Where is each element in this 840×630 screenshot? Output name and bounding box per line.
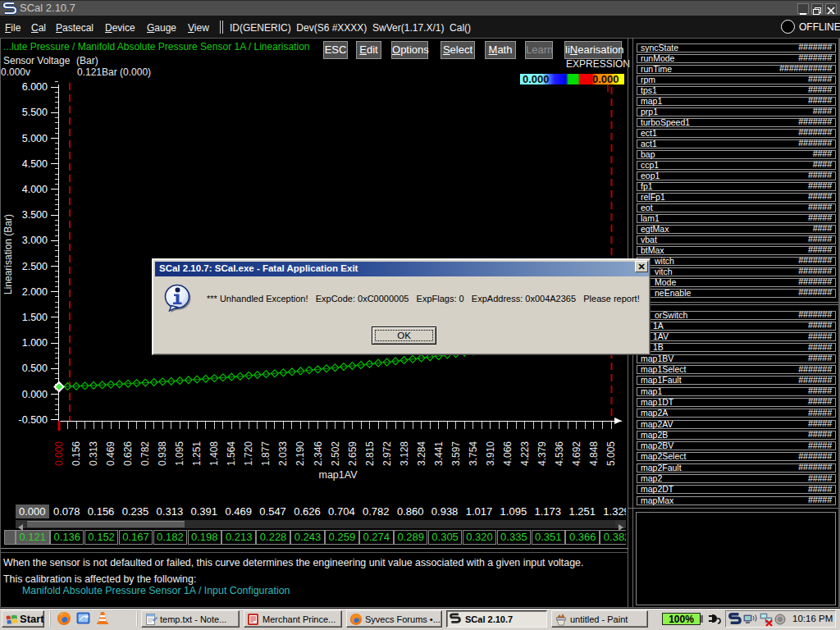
svg-text:1.408: 1.408 <box>208 441 220 466</box>
svg-text:0.000: 0.000 <box>22 389 48 400</box>
svg-text:1.000: 1.000 <box>22 337 48 349</box>
svg-text:3.441: 3.441 <box>433 441 445 466</box>
svg-text:-0.500: -0.500 <box>19 414 48 426</box>
svg-text:2.500: 2.500 <box>22 261 48 272</box>
svg-text:1.095: 1.095 <box>174 441 185 466</box>
svg-text:4.000: 4.000 <box>22 184 48 195</box>
svg-text:4.848: 4.848 <box>588 441 600 466</box>
svg-text:0.469: 0.469 <box>105 441 116 466</box>
svg-text:2.659: 2.659 <box>347 441 358 466</box>
svg-text:3.000: 3.000 <box>22 235 48 246</box>
svg-text:Linearisation (Bar): Linearisation (Bar) <box>2 214 14 294</box>
svg-text:2.190: 2.190 <box>294 441 306 466</box>
svg-text:map1AV: map1AV <box>318 469 358 481</box>
svg-text:3.500: 3.500 <box>22 209 48 221</box>
svg-text:4.223: 4.223 <box>519 441 531 466</box>
svg-text:4.500: 4.500 <box>22 158 48 170</box>
svg-text:2.815: 2.815 <box>364 441 376 466</box>
svg-text:4.066: 4.066 <box>502 441 514 466</box>
svg-text:3.284: 3.284 <box>416 441 427 466</box>
svg-text:6.000: 6.000 <box>22 81 48 93</box>
svg-text:0.500: 0.500 <box>22 363 48 374</box>
svg-text:2.972: 2.972 <box>381 441 393 466</box>
svg-text:0.156: 0.156 <box>71 441 82 466</box>
svg-text:2.502: 2.502 <box>330 441 341 466</box>
svg-text:0.938: 0.938 <box>157 441 168 466</box>
svg-text:3.754: 3.754 <box>468 441 479 466</box>
svg-text:4.692: 4.692 <box>571 441 582 466</box>
svg-text:1.720: 1.720 <box>243 441 254 466</box>
svg-text:5.005: 5.005 <box>605 441 617 466</box>
svg-text:3.128: 3.128 <box>399 441 410 466</box>
svg-text:5.500: 5.500 <box>22 107 48 118</box>
svg-text:2.033: 2.033 <box>277 441 289 466</box>
svg-text:2.000: 2.000 <box>22 286 48 298</box>
svg-text:1.877: 1.877 <box>260 441 272 466</box>
svg-text:1.564: 1.564 <box>226 441 237 466</box>
svg-text:2.346: 2.346 <box>313 441 324 466</box>
svg-text:1.500: 1.500 <box>22 312 48 323</box>
svg-text:0.000: 0.000 <box>53 441 65 466</box>
svg-text:3.597: 3.597 <box>450 441 462 466</box>
svg-text:4.379: 4.379 <box>536 441 548 466</box>
svg-text:3.910: 3.910 <box>485 441 496 466</box>
svg-text:5.000: 5.000 <box>22 133 48 144</box>
svg-text:4.536: 4.536 <box>554 441 565 466</box>
svg-text:1.251: 1.251 <box>191 441 203 466</box>
svg-text:0.626: 0.626 <box>122 441 134 466</box>
svg-text:0.782: 0.782 <box>139 441 151 466</box>
svg-text:0.313: 0.313 <box>88 441 99 466</box>
